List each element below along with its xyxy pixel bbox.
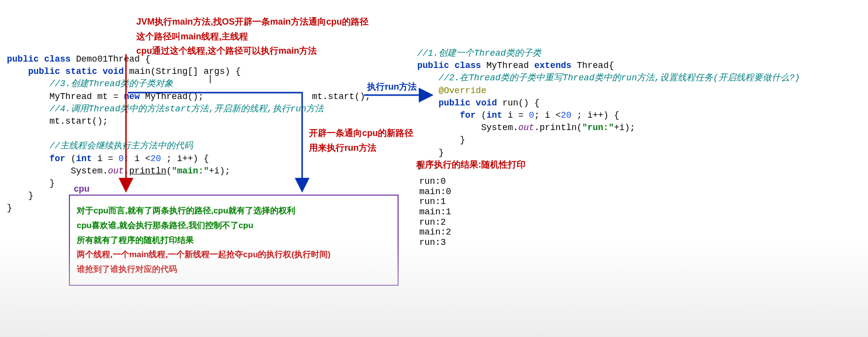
mid-annot-line1: 开辟一条通向cpu的新路径 [309,126,413,141]
out-l2: main:0 [419,187,451,197]
field-out: out [108,166,124,176]
decl: MyThread mt = [49,92,124,101]
sys: System. [481,123,519,133]
text-cursor-icon: | [208,73,213,85]
kw-void: void [476,98,497,108]
comment-main-cont: //主线程会继续执行主方法中的代码 [49,141,193,151]
cpu-explanation-box: 对于cpu而言,就有了两条执行的路径,cpu就有了选择的权利 cpu喜欢谁,就会… [69,195,399,286]
mt-start-middle: mt.start(); [312,91,371,103]
brace: { [145,54,151,64]
thread: Thread{ [577,61,614,70]
kw-public: public [438,98,470,108]
kw-public: public [417,61,449,70]
decl-i: i = [502,110,529,120]
ctor: MyThread(); [140,92,204,101]
right-code-block: //1.创建一个Thread类的子类 public class MyThread… [417,47,800,171]
cpu-box-l3: 所有就有了程序的随机打印结果 [77,233,391,248]
cpu-label: cpu [74,183,90,195]
kw-class: class [44,54,71,64]
run-sig: run() { [502,98,540,108]
kw-static: static [65,67,97,76]
comment-1: //1.创建一个Thread类的子类 [417,48,541,58]
brace: } [28,191,33,201]
concat: +i); [209,166,230,176]
num-20: 20 [151,154,161,164]
dot: . [124,166,129,176]
kw-public: public [7,54,39,64]
kw-for: for [49,154,65,164]
concat: +i); [614,123,635,133]
comment-2: //2.在Thread类的子类中重写Thread类中的run方法,设置线程任务(… [438,73,800,83]
inc: ; i++) { [161,154,209,164]
run-arrow-label: 执行run方法 [367,81,417,93]
decl-i: i = [92,154,119,164]
main-sig: main(String[] args) { [129,67,241,76]
comment-4: //4.调用Thread类中的方法start方法,开启新的线程,执行run方法 [49,104,324,114]
println: println [129,166,166,176]
out-l1: run:0 [419,176,446,186]
kw-void: void [102,67,124,76]
sys: System. [71,166,108,176]
num-20: 20 [561,110,572,120]
str-main: "main:" [172,166,209,176]
kw-class: class [455,61,481,70]
num-0: 0 [529,110,534,120]
override-anno: @Override [438,86,486,96]
cond: ; i < [534,110,561,120]
top-annot-line2: 这个路径叫main线程,主线程 [136,30,369,44]
comment-3: //3.创建Thread类的子类对象 [49,79,173,89]
cpu-box-l1: 对于cpu而言,就有了两条执行的路径,cpu就有了选择的权利 [77,203,391,218]
top-annot-line1: JVM执行main方法,找OS开辟一条main方法通向cpu的路径 [136,15,369,30]
brace: } [438,148,444,158]
kw-int: int [486,110,502,120]
out-l4: main:1 [419,207,451,217]
kw-for: for [460,110,475,120]
output-block: run:0 main:0 run:1 main:1 run:2 main:2 r… [419,176,451,248]
kw-new: new [124,92,140,101]
brace: } [7,203,12,213]
mid-annot-line2: 用来执行run方法 [309,141,413,156]
cpu-box-l2: cpu喜欢谁,就会执行那条路径,我们控制不了cpu [77,218,391,233]
cond: ; i < [124,154,151,164]
out-l6: main:2 [419,227,451,237]
mid-annotation-block: 开辟一条通向cpu的新路径 用来执行run方法 [309,126,413,155]
result-title: 程序执行的结果:随机性打印 [416,159,526,171]
str-run: "run:" [582,123,614,133]
class-mythread: MyThread [486,61,528,70]
kw-public: public [28,67,60,76]
out-l5: run:2 [419,217,446,227]
paren: ( [476,110,487,120]
inc: ; i++) { [571,110,619,120]
field-out: out [518,123,534,133]
kw-int: int [76,154,92,164]
mt-start-call: mt.start(); [49,116,108,126]
kw-extends: extends [534,61,572,70]
num-0: 0 [119,154,124,164]
cpu-box-l5: 谁抢到了谁执行对应的代码 [77,262,391,277]
top-annotation-block: JVM执行main方法,找OS开辟一条main方法通向cpu的路径 这个路径叫m… [136,15,369,59]
brace: } [49,178,55,188]
println: .println( [534,123,582,133]
paren: ( [166,166,172,176]
out-l7: run:3 [419,237,446,247]
left-code-block: public class Demo01Thread { public stati… [7,53,324,214]
class-name: Demo01Thread [76,54,140,64]
brace: } [460,135,465,145]
out-l3: run:1 [419,197,446,206]
paren: ( [65,154,76,164]
cpu-box-l4: 两个线程,一个main线程,一个新线程一起抢夺cpu的执行权(执行时间) [77,247,391,262]
